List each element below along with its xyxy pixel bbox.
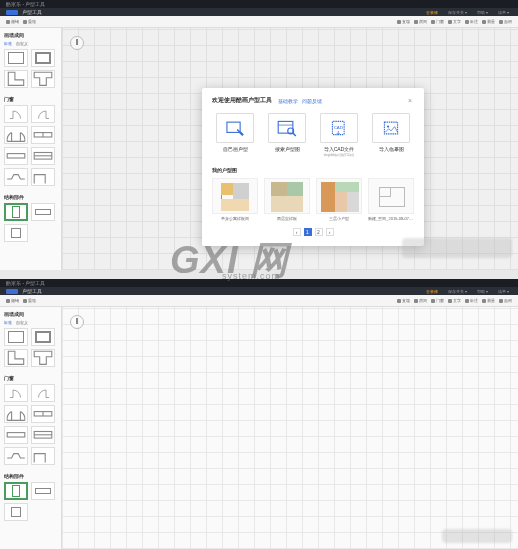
window-1[interactable] bbox=[4, 147, 28, 165]
ruler-tool[interactable]: 测量 bbox=[482, 19, 495, 24]
shape-rect-thick[interactable] bbox=[31, 328, 55, 346]
wall-tool[interactable]: 直墙 bbox=[397, 19, 410, 24]
door-swing-2[interactable] bbox=[31, 384, 55, 402]
sidebar-sec-doors: 门窗 bbox=[4, 375, 57, 381]
struct-beam[interactable] bbox=[31, 203, 55, 221]
app-title: 户型工具 bbox=[22, 9, 42, 15]
app-header: 户型工具 去装修 保存并关 ▾ 帮助 ▾ 清单 ▾ bbox=[0, 287, 518, 295]
redo-button[interactable]: 重做 bbox=[23, 298, 36, 303]
door-icon bbox=[431, 299, 435, 303]
shape-rect-thin[interactable] bbox=[4, 49, 28, 67]
sidebar-tab-custom[interactable]: 自定义 bbox=[16, 41, 28, 46]
canvas[interactable] bbox=[62, 307, 518, 549]
list-button[interactable]: 清单 ▾ bbox=[495, 288, 512, 295]
list-button[interactable]: 清单 ▾ bbox=[495, 9, 512, 16]
help-button[interactable]: 帮助 ▾ bbox=[474, 9, 491, 16]
modal-link-feedback[interactable]: 问题反馈 bbox=[302, 98, 322, 104]
sidebar-tab-standard[interactable]: 标准 bbox=[4, 41, 12, 46]
redo-button[interactable]: 重做 bbox=[23, 19, 36, 24]
canvas[interactable]: 欢迎使用酷画户型工具 基础教学 问题反馈 × 自己画户型 搜索户型图 bbox=[62, 28, 518, 270]
close-icon[interactable]: × bbox=[406, 97, 414, 105]
floorplan-thumb bbox=[316, 178, 362, 214]
recent-title: 我的户型图 bbox=[212, 167, 414, 173]
area-tool[interactable]: 面积 bbox=[499, 19, 512, 24]
save-button[interactable]: 保存并关 ▾ bbox=[445, 288, 470, 295]
measure-tool[interactable]: 标注 bbox=[465, 298, 478, 303]
window-corner[interactable] bbox=[31, 447, 55, 465]
modal-link-tutorial[interactable]: 基础教学 bbox=[278, 98, 298, 104]
door-swing-1[interactable] bbox=[4, 384, 28, 402]
shape-L[interactable] bbox=[4, 70, 28, 88]
shape-T[interactable] bbox=[31, 349, 55, 367]
pager-page-2[interactable]: 2 bbox=[315, 228, 323, 236]
window-bay[interactable] bbox=[4, 168, 28, 186]
sidebar: 画墙成间 标准 自定义 门窗 bbox=[0, 28, 62, 270]
struct-column[interactable] bbox=[4, 203, 28, 221]
shape-rect-thin[interactable] bbox=[4, 328, 28, 346]
recent-item[interactable]: 三居小户型 bbox=[316, 178, 362, 221]
undo-button[interactable]: 撤销 bbox=[6, 19, 19, 24]
option-import-cad[interactable]: CAD 导入CAD文件 dwg/dxf格式(推荐高精) bbox=[316, 113, 362, 157]
save-button[interactable]: 保存并关 ▾ bbox=[445, 9, 470, 16]
room-tool[interactable]: 房间 bbox=[414, 19, 427, 24]
struct-flue[interactable] bbox=[4, 503, 28, 521]
text-tool[interactable]: 文字 bbox=[448, 19, 461, 24]
window-1[interactable] bbox=[4, 426, 28, 444]
door-tool[interactable]: 门窗 bbox=[431, 298, 444, 303]
door-swing-2[interactable] bbox=[31, 105, 55, 123]
compass-icon[interactable] bbox=[70, 36, 84, 50]
door-swing-1[interactable] bbox=[4, 105, 28, 123]
svg-rect-6 bbox=[278, 121, 293, 133]
recent-item[interactable]: 两居室样板 bbox=[264, 178, 310, 221]
recent-item[interactable]: 单身公寓样板间 bbox=[212, 178, 258, 221]
struct-beam[interactable] bbox=[31, 482, 55, 500]
recent-label: 三居小户型 bbox=[316, 216, 362, 221]
shape-T[interactable] bbox=[31, 70, 55, 88]
ruler-tool[interactable]: 测量 bbox=[482, 298, 495, 303]
room-tool[interactable]: 房间 bbox=[414, 298, 427, 303]
window-bay[interactable] bbox=[4, 447, 28, 465]
toolbar: 撤销 重做 直墙 房间 门窗 文字 标注 测量 面积 bbox=[0, 16, 518, 28]
pager-prev[interactable]: ‹ bbox=[293, 228, 301, 236]
pager-next[interactable]: › bbox=[326, 228, 334, 236]
sidebar: 画墙成间 标准 自定义 门窗 bbox=[0, 307, 62, 549]
area-tool[interactable]: 面积 bbox=[499, 298, 512, 303]
door-sliding[interactable] bbox=[31, 405, 55, 423]
option-import-trace[interactable]: 导入临摹图 bbox=[368, 113, 414, 157]
window-2[interactable] bbox=[31, 426, 55, 444]
option-label: 自己画户型 bbox=[223, 146, 248, 152]
decorate-button[interactable]: 去装修 bbox=[423, 9, 441, 16]
ruler-icon bbox=[482, 20, 486, 24]
option-search[interactable]: 搜索户型图 bbox=[264, 113, 310, 157]
pager-page-1[interactable]: 1 bbox=[304, 228, 312, 236]
door-tool[interactable]: 门窗 bbox=[431, 19, 444, 24]
svg-line-9 bbox=[293, 133, 296, 136]
help-button[interactable]: 帮助 ▾ bbox=[474, 288, 491, 295]
struct-column[interactable] bbox=[4, 482, 28, 500]
pager: ‹ 1 2 › bbox=[212, 228, 414, 236]
shape-rect-thick[interactable] bbox=[31, 49, 55, 67]
door-double[interactable] bbox=[4, 405, 28, 423]
sidebar-sec-doors: 门窗 bbox=[4, 96, 57, 102]
measure-tool[interactable]: 标注 bbox=[465, 19, 478, 24]
option-draw-self[interactable]: 自己画户型 bbox=[212, 113, 258, 157]
sidebar-tab-standard[interactable]: 标准 bbox=[4, 320, 12, 325]
option-sub: dwg/dxf格式(推荐高精) bbox=[324, 153, 354, 157]
window-corner[interactable] bbox=[31, 168, 55, 186]
text-tool[interactable]: 文字 bbox=[448, 298, 461, 303]
recent-item[interactable]: 新建_空间_2019-08-07 10:53 bbox=[368, 178, 414, 221]
sidebar-tab-custom[interactable]: 自定义 bbox=[16, 320, 28, 325]
window-2[interactable] bbox=[31, 147, 55, 165]
window-title: 酷家乐 - 户型工具 bbox=[6, 1, 45, 7]
decorate-button[interactable]: 去装修 bbox=[423, 288, 441, 295]
door-sliding[interactable] bbox=[31, 126, 55, 144]
door-double[interactable] bbox=[4, 126, 28, 144]
wall-tool[interactable]: 直墙 bbox=[397, 298, 410, 303]
undo-button[interactable]: 撤销 bbox=[6, 298, 19, 303]
shape-L[interactable] bbox=[4, 349, 28, 367]
logo-icon bbox=[6, 10, 18, 15]
struct-flue[interactable] bbox=[4, 224, 28, 242]
app-title: 户型工具 bbox=[22, 288, 42, 294]
redo-icon bbox=[23, 299, 27, 303]
compass-icon[interactable] bbox=[70, 315, 84, 329]
